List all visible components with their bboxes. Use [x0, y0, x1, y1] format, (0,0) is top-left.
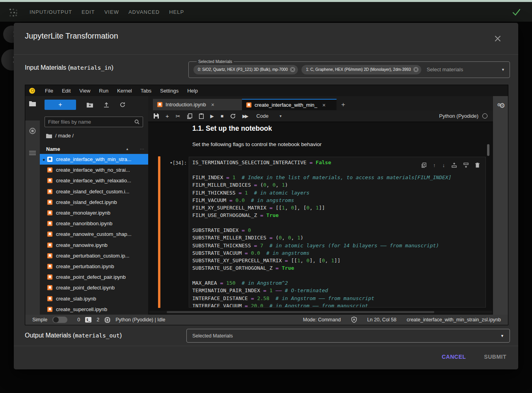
copy-cells-icon[interactable] [187, 113, 192, 119]
stop-kernel-icon[interactable]: ■ [221, 114, 223, 119]
file-list-header[interactable]: Name ▲ ⋯ [40, 144, 148, 154]
shield-x-icon[interactable] [351, 317, 357, 323]
material-chip-1[interactable]: 1: C, Graphene, HEX (P6/mmm) 2D (Monolay… [301, 65, 421, 74]
breadcrumb[interactable]: / made / [46, 133, 74, 139]
move-cell-up-icon[interactable]: ↑ [433, 163, 436, 168]
chevron-down-icon[interactable]: ▼ [501, 68, 505, 72]
file-row[interactable]: create_interface_with_no_strai... [40, 165, 148, 175]
jlab-menu-settings[interactable]: Settings [156, 88, 183, 94]
jlab-menu-view[interactable]: View [75, 88, 95, 94]
code-line: INTERFACE_DISTANCE = 2.58 # in Angstrom … [192, 295, 482, 303]
selected-materials-legend: Selected Materials [197, 59, 234, 64]
file-browser-icon[interactable] [29, 101, 36, 106]
code-line: SUBSTRATE_MILLER_INDICES = (0, 0, 1) [192, 235, 482, 242]
notebook-file-icon [47, 253, 53, 259]
refresh-icon[interactable] [120, 102, 125, 108]
jlab-menu-edit[interactable]: Edit [58, 88, 75, 94]
insert-cell-icon[interactable]: + [166, 113, 169, 119]
file-row[interactable]: create_nanoribbon.ipynb [40, 218, 148, 229]
restart-run-all-icon[interactable]: ▶▶ [242, 114, 247, 119]
code-cell[interactable]: •[34]: IS_TERMINATIONS_SELECTION_INTERAC… [148, 156, 493, 308]
code-line [192, 220, 482, 227]
app-menu-edit[interactable]: EDIT [82, 9, 95, 15]
table-of-contents-icon[interactable] [29, 150, 36, 156]
file-row[interactable]: create_interface_with_relaxatio... [40, 175, 148, 186]
kernel-chip-icon [104, 317, 110, 323]
simple-mode-toggle[interactable] [52, 317, 67, 323]
jlab-menu-run[interactable]: Run [95, 88, 113, 94]
code-editor[interactable]: IS_TERMINATIONS_SELECTION_INTERACTIVE = … [189, 157, 486, 308]
file-row[interactable]: create_point_defect.ipynb [40, 282, 148, 293]
lightbulb-icon[interactable] [29, 88, 35, 94]
file-row[interactable]: create_monolayer.ipynb [40, 208, 148, 218]
tab-create-interface[interactable]: create_interface_with_min_ × [242, 99, 337, 110]
app-menu-view[interactable]: VIEW [104, 9, 119, 15]
cancel-button[interactable]: CANCEL [442, 354, 466, 360]
jlab-menu-kernel[interactable]: Kernel [113, 88, 136, 94]
close-icon[interactable]: × [322, 102, 326, 108]
duplicate-cell-icon[interactable] [422, 163, 426, 168]
select-materials-placeholder[interactable]: Select materials [427, 67, 463, 72]
new-folder-icon[interactable] [87, 102, 93, 108]
jlab-menu-tabs[interactable]: Tabs [136, 88, 156, 94]
terminal-count[interactable]: 0 [77, 317, 80, 323]
file-row[interactable]: create_nanowire_custom_shap... [40, 229, 148, 239]
app-menu-advanced[interactable]: ADVANCED [128, 9, 160, 15]
file-row[interactable]: create_island_defect_custom.i... [40, 186, 148, 197]
app-logo-icon[interactable] [9, 9, 17, 17]
insert-cell-below-icon[interactable] [463, 163, 469, 168]
restart-kernel-icon[interactable] [230, 113, 236, 119]
add-tab-icon[interactable]: + [341, 101, 345, 109]
save-icon[interactable] [154, 113, 159, 119]
close-icon[interactable]: × [211, 102, 214, 108]
kernel-status-label[interactable]: Python (Pyodide) | Idle [115, 317, 165, 323]
jlab-menu-help[interactable]: Help [183, 88, 202, 94]
paste-cells-icon[interactable] [199, 113, 204, 119]
editor-mode-label[interactable]: Mode: Command [303, 317, 341, 323]
file-row[interactable]: create_perturbation_custom.ip... [40, 250, 148, 261]
chip-remove-icon[interactable] [413, 67, 419, 72]
tab-introduction[interactable]: Introduction.ipynb × [153, 99, 242, 110]
upload-icon[interactable] [104, 102, 109, 108]
jlab-menu-file[interactable]: File [41, 88, 58, 94]
insert-cell-above-icon[interactable] [452, 163, 457, 168]
file-name: create_monolayer.ipynb [56, 210, 110, 216]
cut-cells-icon[interactable]: ✂ [176, 113, 180, 119]
kernel-name[interactable]: Python (Pyodide) [439, 113, 478, 119]
submit-button[interactable]: SUBMIT [484, 354, 506, 360]
settings-gears-icon[interactable]: ⚙⚙ [497, 102, 505, 110]
chip-remove-icon[interactable] [290, 67, 296, 72]
file-name: create_supercell.ipynb [56, 306, 107, 312]
material-chip-label: 0: SiO2, Quartz, HEX (P3_121) 3D (Bulk),… [198, 67, 288, 72]
file-row[interactable]: create_nanowire.ipynb [40, 240, 148, 250]
app-menu-input-output[interactable]: INPUT/OUTPUT [30, 9, 72, 15]
move-cell-down-icon[interactable]: ↓ [443, 163, 445, 168]
new-launcher-button[interactable]: + [45, 100, 76, 110]
run-cell-icon[interactable]: ▶ [210, 114, 214, 119]
app-menu-help[interactable]: HELP [169, 9, 184, 15]
active-cell-indicator [158, 156, 160, 308]
file-row[interactable]: create_perturbation.ipynb [40, 261, 148, 272]
running-kernels-icon[interactable] [29, 128, 36, 134]
sort-ascending-icon[interactable]: ▲ [126, 147, 129, 151]
file-row[interactable]: create_supercell.ipynb [40, 304, 148, 315]
close-icon[interactable] [494, 35, 502, 43]
output-materials-dropdown[interactable]: Selected Materials ▼ [186, 329, 510, 343]
file-name: create_nanoribbon.ipynb [56, 221, 112, 226]
material-chip-0[interactable]: 0: SiO2, Quartz, HEX (P3_121) 3D (Bulk),… [193, 65, 298, 74]
column-menu-icon[interactable]: ⋯ [140, 146, 144, 152]
file-row[interactable]: ●create_interface_with_min_stra... [40, 154, 148, 165]
selected-materials-input[interactable]: Selected Materials 0: SiO2, Quartz, HEX … [188, 59, 510, 78]
filter-files-input[interactable]: Filter files by name [45, 117, 143, 127]
kernel-count[interactable]: 2 [97, 317, 99, 323]
file-row[interactable]: create_slab.ipynb [40, 293, 148, 304]
cursor-position[interactable]: Ln 20, Col 58 [367, 317, 396, 323]
horizontal-scrollbar[interactable] [149, 311, 492, 313]
file-name: create_perturbation.ipynb [56, 263, 114, 269]
open-file-dot: ● [43, 157, 45, 162]
cell-type-dropdown[interactable]: Code ▾ [256, 113, 281, 119]
file-row[interactable]: create_point_defect_pair.ipynb [40, 272, 148, 282]
vertical-scrollbar[interactable] [487, 144, 489, 156]
delete-cell-icon[interactable] [475, 163, 480, 168]
file-row[interactable]: create_island_defect.ipynb [40, 197, 148, 208]
